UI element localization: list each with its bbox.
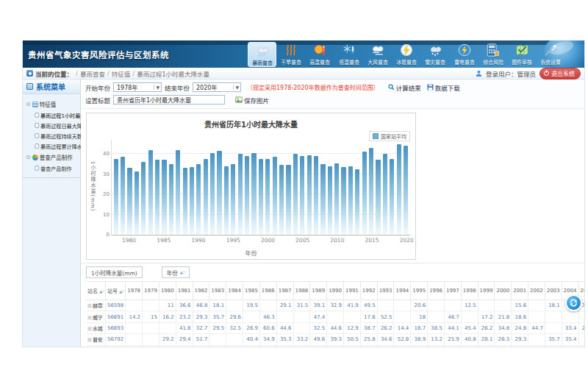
expand-row-icon[interactable]: ⊞ — [87, 303, 92, 309]
bar-1993[interactable] — [217, 151, 221, 235]
bar-1991[interactable] — [204, 159, 208, 235]
bar-1979[interactable] — [121, 157, 125, 235]
bar-2012[interactable] — [348, 166, 353, 235]
col-header-year[interactable]: 1983 — [209, 282, 226, 300]
col-header-year[interactable]: 1989 — [310, 282, 327, 300]
bar-1997[interactable] — [245, 156, 249, 235]
bar-2013[interactable] — [355, 169, 359, 235]
refresh-floating-button[interactable] — [565, 294, 582, 311]
table-row-威宁[interactable]: ⊞威宁5669114.21516.223.229.335.729.646.347… — [86, 311, 584, 322]
save-image-button[interactable]: 保存图片 — [235, 96, 269, 105]
col-header-year[interactable]: 1992 — [360, 282, 377, 300]
table-row-赫章[interactable]: ⊞赫章565981136.646.818.119.529.131.539.132… — [86, 300, 584, 311]
expand-row-icon[interactable]: ⊞ — [87, 337, 92, 343]
col-header-year[interactable]: 1996 — [428, 282, 445, 300]
bar-1982[interactable] — [141, 162, 146, 235]
logout-button[interactable]: 退出系统 — [539, 68, 581, 79]
bar-1996[interactable] — [238, 154, 243, 235]
sidebar-section-普查产品制作[interactable]: ⊙普查产品制作 — [26, 153, 79, 161]
calculate-button[interactable]: 计算结果 — [388, 83, 421, 92]
end-year-select[interactable]: 2020年▼ — [193, 82, 241, 92]
bar-1980[interactable] — [127, 168, 132, 235]
nav-item-图件审核[interactable]: 图件审核 — [507, 42, 536, 66]
col-header-year[interactable]: 1982 — [193, 282, 209, 300]
col-header-year[interactable]: 2001 — [512, 282, 528, 300]
expand-row-icon[interactable]: ⊞ — [87, 315, 92, 321]
sidebar-item-暴雨过程累计降水量[interactable]: 暴雨过程累计降水量 — [26, 141, 76, 150]
bar-1994[interactable] — [224, 166, 229, 235]
bar-2007[interactable] — [314, 156, 318, 235]
bar-1987[interactable] — [176, 150, 180, 235]
col-header-year[interactable]: 1984 — [226, 282, 243, 300]
col-header-year[interactable]: 1993 — [377, 282, 394, 300]
measure-filter[interactable]: 1小时降水量(mm) — [86, 266, 143, 278]
col-header-year[interactable]: 1985 — [243, 282, 260, 300]
bar-2020[interactable] — [404, 146, 408, 235]
nav-item-干旱普查[interactable]: 干旱普查 — [276, 42, 305, 66]
breadcrumb-item[interactable]: 暴雨普查 — [80, 69, 105, 78]
bar-2010[interactable] — [334, 163, 339, 235]
col-header-year[interactable]: 2002 — [528, 282, 545, 300]
sidebar-item-暴雨过程1小时最大降水量[interactable]: 暴雨过程1小时最大降水量 — [26, 110, 76, 119]
bar-1990[interactable] — [196, 164, 201, 235]
bar-2019[interactable] — [397, 144, 401, 236]
expand-row-icon[interactable]: ⊞ — [87, 326, 92, 332]
col-header-year[interactable]: 1990 — [327, 282, 344, 300]
bar-2004[interactable] — [293, 154, 298, 235]
chart-title-input[interactable]: 贵州省历年1小时最大降水量 — [113, 95, 225, 105]
bar-2015[interactable] — [369, 148, 373, 235]
bar-1999[interactable] — [259, 159, 263, 235]
sidebar-section-特征值[interactable]: ⊙特征值 — [26, 100, 79, 108]
bar-1984[interactable] — [155, 160, 159, 235]
bar-2006[interactable] — [307, 155, 312, 235]
nav-item-冰雹普查[interactable]: 冰雹普查 — [392, 42, 420, 66]
bar-1998[interactable] — [251, 153, 256, 235]
tree-toggle-icon[interactable]: ⊙ — [26, 155, 31, 160]
tree-toggle-icon[interactable]: ⊙ — [26, 102, 31, 107]
bar-2018[interactable] — [390, 159, 394, 235]
nav-item-高温普查[interactable]: 高温普查 — [306, 42, 334, 66]
nav-item-综合风险[interactable]: 综合风险 — [478, 42, 507, 66]
table-row-普安[interactable]: ⊞普安5679229.229.451.740.434.935.333.249.6… — [86, 334, 584, 345]
col-header-year[interactable]: 1998 — [461, 282, 478, 300]
bar-2002[interactable] — [279, 165, 284, 235]
col-header-station-id[interactable]: 站号 ▲▽ — [105, 282, 125, 300]
breadcrumb-item[interactable]: 暴雨过程1小时最大降水量 — [137, 69, 209, 78]
nav-item-低温普查[interactable]: 低温普查 — [334, 42, 363, 66]
breadcrumb-item[interactable]: 特征值 — [112, 69, 131, 78]
nav-item-雷电普查[interactable]: 雷电普查 — [450, 42, 478, 66]
bar-1988[interactable] — [183, 168, 187, 235]
bar-1983[interactable] — [148, 150, 153, 235]
col-header-year[interactable]: 1987 — [276, 282, 293, 300]
col-header-year[interactable]: 2003 — [545, 282, 562, 300]
col-header-year[interactable]: 1980 — [159, 282, 176, 300]
bar-2005[interactable] — [300, 156, 304, 235]
col-header-year[interactable]: 1988 — [293, 282, 310, 300]
sidebar-item-暴雨过程日最大降水量[interactable]: 暴雨过程日最大降水量 — [26, 120, 76, 130]
bar-2009[interactable] — [328, 166, 332, 235]
download-button[interactable]: 数据下载 — [427, 83, 460, 92]
bar-2011[interactable] — [341, 167, 345, 235]
col-header-year[interactable]: 1981 — [176, 282, 193, 300]
table-row-盘州[interactable]: ⊞盘州5679340.755.542.72643.737.540.540.749… — [86, 345, 584, 347]
bar-1989[interactable] — [190, 167, 194, 235]
bar-1978[interactable] — [114, 159, 118, 235]
col-header-year[interactable]: 1997 — [444, 282, 461, 300]
bar-2003[interactable] — [286, 165, 290, 235]
col-header-year[interactable]: 1999 — [478, 282, 495, 300]
col-header-year[interactable]: 1995 — [411, 282, 428, 300]
table-row-水城[interactable]: ⊞水城5669341.832.729.532.528.960.644.632.5… — [86, 322, 584, 333]
col-header-station-name[interactable]: 站名 ▲▽ — [86, 282, 105, 300]
bar-1992[interactable] — [210, 153, 215, 235]
col-header-year[interactable]: 1991 — [343, 282, 360, 300]
col-header-year[interactable]: 1994 — [394, 282, 411, 300]
col-header-year[interactable]: 2000 — [495, 282, 512, 300]
bar-2017[interactable] — [383, 154, 387, 235]
nav-item-雪灾普查[interactable]: 雪灾普查 — [421, 42, 450, 66]
sidebar-item-暴雨过程持续天数[interactable]: 暴雨过程持续天数 — [26, 130, 76, 140]
year-sort-filter[interactable]: 年份▲ ▽ — [162, 266, 190, 278]
nav-item-暴雨普查[interactable]: 暴雨普查 — [248, 42, 276, 67]
nav-item-大风普查[interactable]: 大风普查 — [363, 42, 392, 66]
col-header-year[interactable]: 1986 — [259, 282, 276, 300]
bar-1985[interactable] — [162, 160, 166, 235]
